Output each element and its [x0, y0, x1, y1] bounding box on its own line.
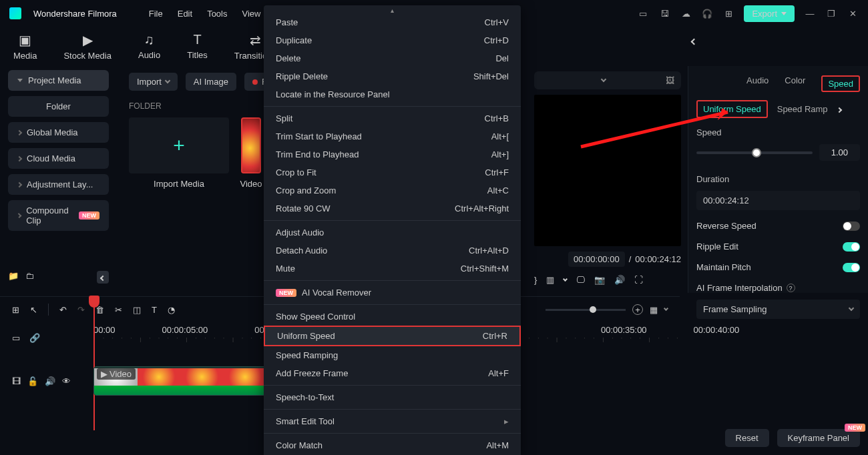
menu-view[interactable]: View [242, 9, 260, 19]
ctx-mute[interactable]: MuteCtrl+Shift+M [264, 260, 521, 278]
new-badge: NEW [845, 424, 865, 432]
reverse-speed-toggle[interactable] [843, 221, 860, 231]
ctx-freeze-frame[interactable]: Add Freeze FrameAlt+F [264, 364, 521, 382]
ctx-rotate[interactable]: Rotate 90 CWCtrl+Alt+Right [264, 199, 521, 217]
auto-beat-icon[interactable]: ⊞ [12, 305, 19, 315]
duration-input[interactable]: 00:00:24:12 [696, 191, 860, 210]
scissors-icon[interactable]: ✂ [115, 305, 122, 315]
ctx-ai-vocal-remover[interactable]: NEWAI Vocal Remover [264, 284, 521, 302]
keyframe-panel-button[interactable]: Keyframe PanelNEW [777, 429, 861, 447]
nav-stock[interactable]: ▶Stock Media [63, 32, 112, 61]
crop-tool-icon[interactable]: ◫ [133, 305, 141, 315]
new-bin-icon[interactable]: 🗀 [25, 271, 34, 284]
sidebar-compound-clip[interactable]: Compound ClipNEW [8, 200, 109, 231]
link-icon[interactable]: 🔗 [29, 333, 40, 343]
snapshot-icon[interactable]: 🖼 [666, 75, 674, 85]
track-mute-icon[interactable]: 🔊 [45, 376, 55, 386]
track-visible-icon[interactable]: 👁 [62, 376, 71, 386]
speed-tool-icon[interactable]: ◔ [168, 305, 175, 315]
display-icon[interactable]: 🖵 [576, 275, 585, 285]
track-lock-icon[interactable]: 🔓 [27, 376, 38, 386]
export-button[interactable]: Export [744, 5, 795, 22]
speed-value[interactable]: 1.00 [819, 144, 860, 161]
nav-titles[interactable]: TTitles [187, 32, 208, 60]
ctx-crop-fit[interactable]: Crop to FitCtrl+F [264, 163, 521, 181]
speed-slider[interactable] [696, 151, 813, 154]
bracket-icon[interactable]: } [534, 275, 537, 285]
subtab-speed-ramp[interactable]: Speed Ramp [777, 104, 828, 114]
close-icon[interactable]: ✕ [847, 7, 859, 19]
cloud-icon[interactable]: ☁ [680, 7, 692, 19]
nav-media[interactable]: ▣Media [13, 32, 37, 61]
tab-audio[interactable]: Audio [746, 75, 769, 92]
camera-icon[interactable]: 📷 [594, 275, 605, 285]
subtab-next-icon[interactable] [837, 104, 841, 114]
view-mode-icon[interactable]: ▦ [650, 305, 658, 315]
subtab-uniform-speed[interactable]: Uniform Speed [696, 100, 768, 118]
menu-file[interactable]: File [149, 9, 163, 19]
redo-icon[interactable]: ↷ [77, 305, 85, 315]
ai-image-button[interactable]: AI Image [186, 73, 236, 91]
left-sidebar: Project Media Folder Global Media Cloud … [0, 66, 117, 293]
nav-audio[interactable]: ♫Audio [138, 32, 160, 60]
interpolation-select[interactable]: Frame Sampling [696, 300, 860, 319]
import-media-tile[interactable]: + Import Media [129, 117, 229, 189]
fullscreen-icon[interactable]: ⛶ [634, 275, 643, 285]
video-clip[interactable]: ▶Video [93, 366, 267, 396]
menu-tools[interactable]: Tools [207, 9, 227, 19]
ctx-paste[interactable]: PasteCtrl+V [264, 13, 521, 31]
volume-icon[interactable]: 🔊 [614, 275, 625, 285]
timeline-settings-icon[interactable]: ▭ [12, 333, 20, 343]
layout-icon[interactable]: ▭ [637, 7, 649, 19]
plus-icon: + [173, 134, 185, 157]
ctx-smart-edit[interactable]: Smart Edit Tool▸ [264, 412, 521, 430]
ctx-detach-audio[interactable]: Detach AudioCtrl+Alt+D [264, 242, 521, 260]
sidebar-adjustment-layer[interactable]: Adjustment Lay... [8, 174, 109, 195]
ripple-edit-label: Ripple Edit [696, 242, 738, 252]
ctx-duplicate[interactable]: DuplicateCtrl+D [264, 31, 521, 49]
ctx-ripple-delete[interactable]: Ripple DeleteShift+Del [264, 67, 521, 85]
project-media-chip[interactable]: Project Media [8, 70, 109, 91]
zoom-in-icon[interactable]: + [632, 304, 643, 315]
ctx-color-match[interactable]: Color MatchAlt+M [264, 436, 521, 454]
new-folder-icon[interactable]: 📁 [8, 271, 19, 284]
folder-chip[interactable]: Folder [8, 96, 109, 117]
sidebar-global-media[interactable]: Global Media [8, 122, 109, 143]
maximize-icon[interactable]: ❐ [825, 7, 837, 19]
video-clip-tile[interactable]: Video [241, 117, 261, 189]
track-video-icon[interactable]: 🎞 [12, 376, 21, 386]
tab-color[interactable]: Color [785, 75, 805, 92]
headphones-icon[interactable]: 🎧 [701, 7, 713, 19]
ctx-adjust-audio[interactable]: Adjust Audio [264, 223, 521, 242]
ripple-edit-toggle[interactable] [843, 242, 860, 252]
sidebar-cloud-media[interactable]: Cloud Media [8, 148, 109, 169]
align-icon[interactable]: ▥ [546, 275, 554, 285]
reset-button[interactable]: Reset [725, 429, 769, 447]
minimize-icon[interactable]: — [804, 7, 816, 19]
maintain-pitch-toggle[interactable] [843, 263, 860, 272]
info-icon[interactable]: ? [787, 284, 795, 292]
ctx-delete[interactable]: DeleteDel [264, 49, 521, 67]
collapse-sidebar-icon[interactable] [97, 271, 109, 284]
apps-icon[interactable]: ⊞ [722, 7, 734, 19]
ctx-speed-ramping[interactable]: Speed Ramping [264, 346, 521, 364]
speed-label: Speed [696, 127, 860, 137]
import-button[interactable]: Import [129, 73, 178, 91]
aspect-selector[interactable]: 🖼 [534, 71, 681, 89]
save-icon[interactable]: 🖫 [658, 7, 670, 19]
ctx-uniform-speed[interactable]: Uniform SpeedCtrl+R [264, 326, 521, 346]
properties-panel: Audio Color Speed Uniform Speed Speed Ra… [688, 66, 868, 293]
ctx-locate[interactable]: Locate in the Resource Panel [264, 85, 521, 103]
text-tool-icon[interactable]: T [152, 305, 157, 315]
ctx-speech-to-text[interactable]: Speech-to-Text [264, 388, 521, 406]
preview-video[interactable] [534, 95, 681, 246]
menu-edit[interactable]: Edit [178, 9, 192, 19]
tab-speed[interactable]: Speed [821, 75, 860, 92]
ctx-crop-zoom[interactable]: Crop and ZoomAlt+C [264, 181, 521, 199]
zoom-slider[interactable] [546, 309, 626, 311]
panel-prev-icon[interactable] [692, 36, 696, 46]
playhead[interactable] [93, 297, 95, 430]
undo-icon[interactable]: ↶ [59, 305, 67, 315]
cursor-tool-icon[interactable]: ↖ [30, 305, 37, 315]
ctx-show-speed[interactable]: Show Speed Control [264, 308, 521, 326]
